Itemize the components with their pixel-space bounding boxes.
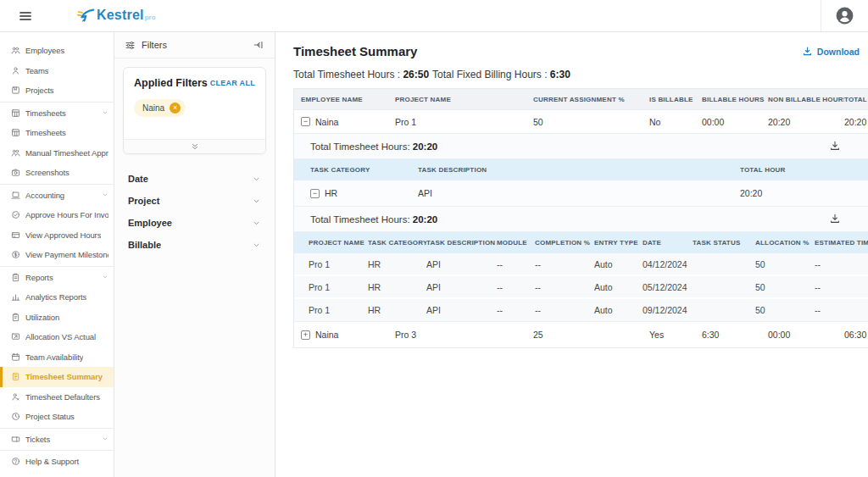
sidebar-item-screenshots[interactable]: Screenshots bbox=[0, 163, 114, 183]
manual-approval-icon bbox=[11, 148, 20, 158]
chevron-down-icon bbox=[252, 241, 261, 250]
sidebar-item-employees[interactable]: Employees bbox=[0, 41, 114, 61]
download-icon bbox=[829, 140, 841, 152]
collapse-card-button[interactable] bbox=[124, 139, 265, 153]
category-table-header: TASK CATEGORYTASK DESCRIPTIONTOTAL HOUR bbox=[294, 159, 868, 180]
expand-row-icon[interactable]: + bbox=[301, 330, 310, 340]
download-icon bbox=[829, 213, 841, 225]
subtotal-band: Total Timesheet Hours: 20:20 bbox=[294, 207, 868, 232]
collapse-row-icon[interactable]: − bbox=[301, 117, 310, 126]
applied-filters-title: Applied Filters bbox=[134, 77, 208, 89]
analytics-icon bbox=[11, 292, 20, 302]
user-icon bbox=[834, 5, 855, 26]
topbar-right bbox=[821, 0, 868, 31]
sidebar-item-team-availability[interactable]: Team Availability bbox=[0, 347, 114, 368]
collapse-panel-icon[interactable] bbox=[253, 39, 264, 51]
filter-panel-header: Filters bbox=[114, 32, 275, 58]
sidebar-item-tickets[interactable]: Tickets bbox=[0, 430, 114, 450]
column-header: TASK STATUS bbox=[693, 239, 755, 247]
summary-table-header: EMPLOYEE NAMEPROJECT NAMECURRENT ASSIGNM… bbox=[294, 89, 868, 110]
column-header: ESTIMATED TIME bbox=[815, 239, 868, 247]
column-header: TASK CATEGORY bbox=[368, 239, 426, 247]
sidebar-item-timesheet-defaulters[interactable]: Timesheet Defaulters bbox=[0, 387, 114, 408]
topbar: Kestrel pro bbox=[0, 0, 868, 32]
sidebar-item-manual-timesheet-approval[interactable]: Manual Timesheet Approval bbox=[0, 143, 114, 164]
task-category-row[interactable]: −HRAPI20:20 bbox=[294, 180, 868, 207]
filter-section-date[interactable]: Date bbox=[116, 168, 273, 190]
chevron-down-icon bbox=[252, 219, 261, 228]
timesheet-summary-table: EMPLOYEE NAMEPROJECT NAMECURRENT ASSIGNM… bbox=[293, 88, 868, 348]
sidebar-item-view-payment-milestones[interactable]: View Payment Milestones bbox=[0, 245, 114, 265]
sidebar-item-teams[interactable]: Teams bbox=[0, 61, 114, 81]
sidebar-divider bbox=[0, 102, 114, 103]
utilization-icon bbox=[11, 313, 20, 322]
sidebar-item-accounting[interactable]: Accounting bbox=[0, 186, 114, 206]
column-header: PROJECT NAME bbox=[309, 239, 368, 247]
sidebar-item-timesheets[interactable]: Timesheets bbox=[0, 123, 114, 143]
sidebar-item-approve-hours-for-invoicing[interactable]: Approve Hours For Invoicing bbox=[0, 205, 114, 225]
filter-chip: Naina× bbox=[134, 99, 186, 117]
employees-icon bbox=[11, 46, 20, 55]
app-logo[interactable]: Kestrel pro bbox=[75, 7, 156, 25]
page-title: Timesheet Summary bbox=[293, 44, 417, 58]
column-header: DATE bbox=[643, 239, 693, 247]
user-avatar[interactable] bbox=[834, 5, 855, 26]
allocation-icon bbox=[11, 332, 20, 341]
filters-title: Filters bbox=[142, 40, 167, 50]
timesheets-icon bbox=[11, 128, 20, 137]
total-stat: Total Timesheet Hours : 26:50 bbox=[293, 69, 429, 80]
download-subtable-icon[interactable] bbox=[829, 140, 841, 152]
column-header: TASK DESCRIPTION bbox=[426, 239, 497, 247]
subtotal-band: Total Timesheet Hours: 20:20 bbox=[294, 134, 868, 159]
chevron-down-icon bbox=[102, 191, 108, 198]
chevron-down-icon bbox=[252, 197, 261, 206]
column-header: ALLOCATION % bbox=[755, 239, 815, 247]
collapse-row-icon[interactable]: − bbox=[310, 189, 320, 198]
sidebar-item-utilization[interactable]: Utilization bbox=[0, 308, 114, 328]
sidebar-item-help-support[interactable]: Help & Support bbox=[0, 452, 114, 472]
menu-icon[interactable] bbox=[19, 9, 32, 23]
filter-sections: DateProjectEmployeeBillable bbox=[114, 163, 275, 261]
column-header: ENTRY TYPE bbox=[594, 239, 643, 247]
download-subtable-icon[interactable] bbox=[829, 213, 841, 225]
screenshots-icon bbox=[11, 168, 20, 177]
chevron-down-icon bbox=[102, 274, 108, 280]
defaulters-icon bbox=[11, 392, 20, 402]
double-chevron-down-icon bbox=[190, 141, 200, 152]
sidebar-item-timesheets[interactable]: Timesheets bbox=[0, 103, 114, 124]
timesheet-detail-row: Pro 1HRAPI----Auto04/12/202450-- bbox=[294, 253, 868, 276]
payment-milestones-icon bbox=[11, 250, 20, 259]
sidebar-item-reports[interactable]: Reports bbox=[0, 268, 114, 288]
applied-filters-card: Applied Filters CLEAR ALL Naina× bbox=[123, 67, 266, 154]
approved-hours-icon bbox=[11, 230, 20, 240]
filter-section-project[interactable]: Project bbox=[116, 190, 273, 212]
remove-chip-icon[interactable]: × bbox=[170, 103, 181, 114]
sidebar-divider bbox=[0, 428, 114, 429]
employee-row[interactable]: +NainaPro 325Yes6:3000:0006:30 bbox=[294, 322, 868, 347]
sidebar-item-projects[interactable]: Projects bbox=[0, 80, 114, 101]
chevron-down-icon bbox=[252, 175, 261, 184]
sidebar-item-view-approved-hours[interactable]: View Approved Hours bbox=[0, 225, 114, 246]
filter-section-employee[interactable]: Employee bbox=[116, 212, 273, 234]
help-icon bbox=[11, 457, 20, 466]
sidebar-divider bbox=[0, 450, 114, 451]
filter-icon bbox=[125, 40, 136, 51]
main-content: Timesheet Summary Download Total Timeshe… bbox=[275, 32, 868, 477]
employee-row[interactable]: −NainaPro 150No00:0020:2020:20 bbox=[294, 110, 868, 134]
column-header: NON BILLABLE HOURS bbox=[768, 96, 844, 103]
applied-filter-chips: Naina× bbox=[124, 92, 265, 139]
timesheet-detail-row: Pro 1HRAPI----Auto09/12/202450-- bbox=[294, 299, 868, 322]
approve-invoicing-icon bbox=[11, 210, 20, 219]
sidebar-item-analytics-reports[interactable]: Analytics Reports bbox=[0, 287, 114, 308]
chevron-down-icon bbox=[102, 435, 108, 442]
download-button[interactable]: Download bbox=[802, 46, 860, 57]
sidebar-item-timesheet-summary[interactable]: Timesheet Summary bbox=[0, 367, 114, 387]
column-header: CURRENT ASSIGNMENT % bbox=[533, 96, 649, 103]
sidebar-item-project-status[interactable]: Project Status bbox=[0, 407, 114, 427]
sidebar-item-allocation-vs-actual[interactable]: Allocation VS Actual bbox=[0, 327, 114, 347]
accounting-icon bbox=[11, 191, 20, 200]
column-header: TOTAL HOUR bbox=[740, 166, 867, 174]
clear-all-button[interactable]: CLEAR ALL bbox=[210, 79, 255, 87]
filter-section-billable[interactable]: Billable bbox=[116, 234, 273, 256]
timesheet-detail-row: Pro 1HRAPI----Auto05/12/202450-- bbox=[294, 276, 868, 299]
